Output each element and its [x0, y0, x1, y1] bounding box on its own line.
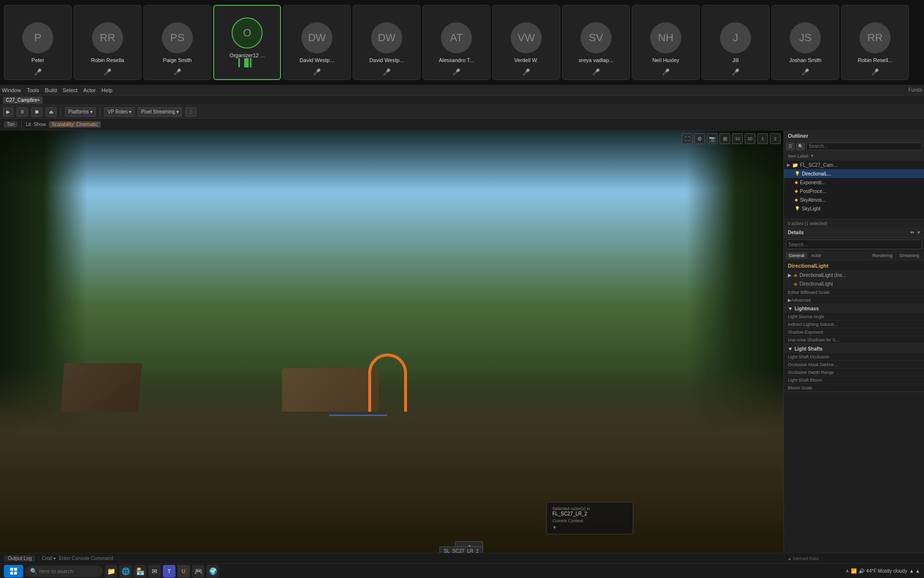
participant-card-peter[interactable]: P Peter 🎤 — [4, 5, 72, 80]
viewport[interactable]: ⛶ ⚙ 📷 ⊞ 10 10 1 2 Selected Actor(s) in F… — [0, 130, 783, 563]
expand-icon: ▶ — [787, 162, 790, 167]
menu-bar: Window Tools Build Select Actor Help Fun… — [0, 85, 924, 96]
light-shafts-header[interactable]: ▼ Light Shafts — [784, 344, 924, 353]
tray-arrow-icon[interactable]: ∧ — [846, 568, 849, 574]
participant-card-robin[interactable]: RR Robin Resella 🎤 — [74, 5, 141, 80]
cmd-dropdown[interactable]: Cmd ▾ — [42, 556, 56, 561]
details-tab-general[interactable]: General — [786, 252, 807, 259]
component-name-0: DirectionalLight (Ins... — [799, 273, 846, 278]
participant-card-alex[interactable]: AT Alessandro T... 🎤 — [423, 5, 490, 80]
stop-btn[interactable]: ⏹ — [31, 107, 43, 117]
viewport-grid-icon[interactable]: ⊞ — [720, 133, 730, 144]
taskbar-explorer-icon[interactable]: 📁 — [105, 565, 117, 578]
viewport-maximize-icon[interactable]: ⛶ — [682, 133, 692, 144]
participant-card-david1[interactable]: DW David Westp... 🎤 — [283, 5, 351, 80]
tray-volume-icon[interactable]: 🔊 — [859, 568, 864, 574]
outliner-item-directional[interactable]: 💡 DirectionalL... — [784, 169, 924, 178]
outliner-filter-btn[interactable]: ☰ — [786, 143, 795, 150]
details-component-1[interactable]: ◈ DirectionalLight — [784, 280, 924, 289]
tray-network-icon[interactable]: 📶 — [851, 568, 857, 574]
derived-data-bar: ▲ Derived Data — [783, 553, 924, 563]
system-clock[interactable]: ▲ ▲ — [909, 568, 920, 574]
shafts-row-1: Occlusion Mask Darkne... — [784, 361, 924, 369]
participant-card-sreya[interactable]: SV sreya vadlap... 🎤 — [562, 5, 630, 80]
more-options-btn[interactable]: ⋮ — [185, 107, 197, 117]
details-close-btn[interactable]: × — [917, 230, 920, 235]
participant-avatar-robin2: RR — [860, 22, 891, 53]
taskbar-teams-icon[interactable]: T — [163, 565, 175, 578]
viewport-2-badge: 2 — [770, 133, 781, 144]
participant-name-david2: David Westp... — [369, 57, 404, 63]
forest-layer — [0, 130, 783, 563]
participant-card-paige[interactable]: PS Paige Smith 🎤 — [143, 5, 211, 80]
participant-card-verdell[interactable]: VW Verdell W. 🎤 — [492, 5, 560, 80]
details-tab-actor[interactable]: Actor — [808, 252, 824, 259]
outliner-toolbar: ☰ 🔍 — [784, 141, 924, 152]
outliner-search-input[interactable] — [806, 143, 922, 150]
participant-avatar-david2: DW — [371, 22, 402, 53]
lit-label[interactable]: Lit — [26, 122, 31, 127]
taskbar-browser-icon[interactable]: 🌍 — [206, 565, 219, 578]
folder-icon: 📁 — [792, 162, 798, 168]
details-search-input[interactable] — [786, 240, 922, 249]
pause-btn[interactable]: ⏸ — [16, 107, 28, 117]
output-log-tab[interactable]: Output Log — [4, 555, 35, 562]
viewport-scene — [0, 130, 783, 563]
outliner-sort-icon[interactable]: ▼ — [810, 154, 814, 158]
vp-roles-btn[interactable]: VP Roles ▾ — [104, 107, 135, 117]
participant-name-peter: Peter — [31, 57, 44, 63]
outliner-item-fl-sc27[interactable]: ▶ 📁 FL_SC27_Cam... — [784, 161, 924, 169]
taskbar-search-input[interactable] — [39, 568, 97, 574]
participant-card-jill[interactable]: J Jill 🎤 — [702, 5, 769, 80]
scalability-badge[interactable]: Scalability: Cinematic — [49, 121, 101, 128]
lightmass-header[interactable]: ▼ Lightmass — [784, 304, 924, 313]
taskbar-search[interactable]: 🔍 — [25, 565, 103, 577]
outliner-item-post[interactable]: ◆ PostProce... — [784, 187, 924, 195]
details-pencil-icon[interactable]: ✏ — [910, 230, 914, 235]
menu-tools[interactable]: Tools — [27, 87, 39, 93]
mute-icon-alex: 🎤 — [453, 68, 460, 76]
show-label[interactable]: Show — [34, 122, 46, 127]
play-btn[interactable]: ▶ — [3, 107, 14, 117]
viewport-camera-icon[interactable]: 📷 — [707, 133, 718, 144]
details-component-0[interactable]: ▶ ◈ DirectionalLight (Ins... — [784, 271, 924, 280]
start-button[interactable] — [4, 565, 23, 578]
participant-card-organizer[interactable]: O Organizer12 ... ▎▊▎ — [213, 5, 281, 80]
participant-card-joshan[interactable]: JS Joshan Smith 🎤 — [771, 5, 839, 80]
outliner-search-btn[interactable]: 🔍 — [796, 143, 805, 150]
taskbar-store-icon[interactable]: 🏪 — [134, 565, 146, 578]
tab-bar: C27_Campfire+ — [0, 96, 924, 105]
taskbar-steam-icon[interactable]: 🎮 — [192, 565, 204, 578]
tab-campfire[interactable]: C27_Campfire+ — [3, 96, 43, 104]
eject-btn[interactable]: ⏏ — [46, 107, 57, 117]
menu-build[interactable]: Build — [45, 87, 57, 93]
menu-actor[interactable]: Actor — [83, 87, 96, 93]
platforms-btn[interactable]: Platforms ▾ — [65, 107, 96, 117]
blue-line — [329, 415, 387, 416]
viewport-10-badge2: 10 — [745, 133, 755, 144]
pixel-streaming-btn[interactable]: Pixel Streaming ▾ — [138, 107, 182, 117]
shafts-row-3: Light Shaft Bloom — [784, 376, 924, 384]
participant-card-david2[interactable]: DW David Westp... 🎤 — [353, 5, 421, 80]
participant-avatar-neil: NH — [650, 22, 681, 53]
viewport-settings-icon[interactable]: ⚙ — [694, 133, 705, 144]
lightmass-row-1: Indirect Lighting Saturat... — [784, 321, 924, 328]
menu-window[interactable]: Window — [2, 87, 21, 93]
selected-actor-label: Selected Actor(s) in — [552, 506, 627, 511]
outliner-item-exp[interactable]: ◆ Exponenti... — [784, 178, 924, 187]
taskbar-unreal-icon[interactable]: U — [177, 565, 190, 578]
mute-icon-peter: 🎤 — [34, 68, 42, 76]
participant-card-neil[interactable]: NH Neil Huxley 🎤 — [632, 5, 700, 80]
details-row-advanced[interactable]: ▶ Advanced — [784, 296, 924, 304]
cmd-input[interactable] — [59, 556, 780, 561]
taskbar-mail-icon[interactable]: ✉ — [148, 565, 161, 578]
taskbar-edge-icon[interactable]: 🌐 — [119, 565, 132, 578]
participant-card-robin2[interactable]: RR Robin Resell... 🎤 — [841, 5, 909, 80]
taskbar: 🔍 📁 🌐 🏪 ✉ T U 🎮 🌍 ∧ 📶 🔊 44°F Mostly clou… — [0, 563, 924, 578]
menu-select[interactable]: Select — [63, 87, 78, 93]
details-tab-rendering[interactable]: Rendering — [869, 252, 895, 259]
outliner-item-skylight[interactable]: 💡 SkyLight — [784, 204, 924, 213]
outliner-item-sky[interactable]: ◆ SkyAtmos... — [784, 195, 924, 204]
details-tab-streaming[interactable]: Streaming — [896, 252, 922, 259]
menu-help[interactable]: Help — [102, 87, 113, 93]
